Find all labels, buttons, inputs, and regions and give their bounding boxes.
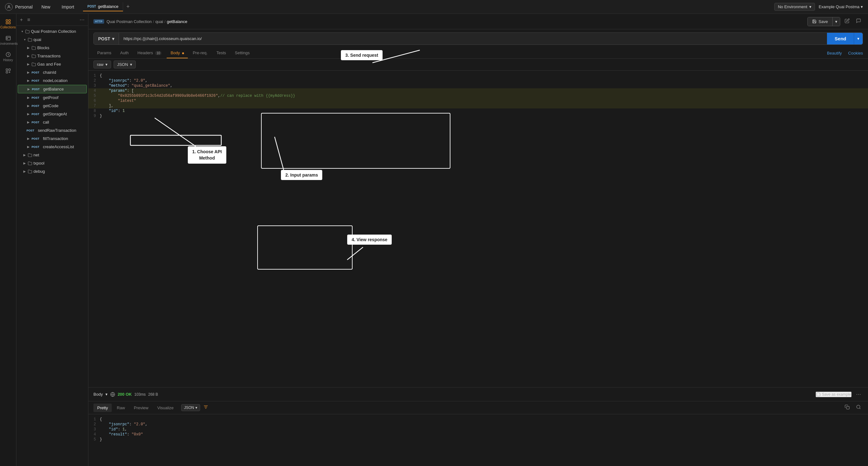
method-badge-chainid: POST — [32, 71, 42, 74]
sidebar-item-collections[interactable]: Collections — [0, 16, 16, 32]
tab-getbalance[interactable]: POST getBalance — [83, 2, 123, 11]
item-chainid[interactable]: ▶ POST chainId — [18, 68, 87, 76]
folder-debug-label: debug — [33, 169, 45, 174]
tabs-right: Beautify — [827, 51, 842, 56]
chevron-right-chainid: ▶ — [27, 71, 30, 74]
save-dropdown-arrow[interactable]: ▾ — [832, 18, 840, 26]
item-nodelocation[interactable]: ▶ POST nodeLocation — [18, 77, 87, 85]
resp-tab-raw[interactable]: Raw — [113, 404, 129, 412]
format-raw-button[interactable]: raw ▾ — [93, 61, 111, 68]
sidebar-item-apps[interactable] — [0, 66, 16, 76]
user-section[interactable]: Personal — [5, 3, 32, 11]
new-button[interactable]: New — [39, 3, 53, 11]
method-label: POST — [98, 36, 110, 41]
folder-transactions[interactable]: ▶ Transactions — [18, 52, 87, 60]
url-input[interactable] — [119, 33, 827, 44]
top-right: No Environment ▾ Example Quai Postma ▾ — [774, 3, 863, 11]
item-getstorage[interactable]: ▶ POST getStorageAt — [18, 110, 87, 118]
method-badge-call: POST — [32, 121, 42, 124]
svg-rect-11 — [6, 72, 7, 73]
code-line-1: 1 { — [88, 73, 868, 78]
response-size: 268 B — [148, 392, 158, 397]
sort-button[interactable]: ≡ — [26, 16, 31, 24]
resp-format-label: JSON — [184, 405, 194, 410]
folder-txpool[interactable]: ▶ txpool — [18, 159, 87, 167]
item-getproof[interactable]: ▶ POST getProof — [18, 94, 87, 102]
send-dropdown-arrow[interactable]: ▾ — [854, 33, 863, 44]
more-options-button[interactable]: ⋯ — [79, 16, 86, 24]
collection-quai-postman[interactable]: ▾ Quai Postman Collection — [18, 27, 87, 35]
format-json-button[interactable]: JSON ▾ — [114, 61, 136, 68]
response-more-btn[interactable]: ⋯ — [854, 389, 863, 399]
save-example-button[interactable]: Save as example — [816, 392, 851, 397]
body-label: Body — [170, 51, 180, 55]
beautify-button[interactable]: Beautify — [827, 51, 842, 56]
tab-name: getBalance — [98, 4, 118, 9]
code-line-8: 8 "id": 1 — [88, 108, 868, 113]
folder-quai-label: quai — [33, 37, 41, 42]
folder-quai[interactable]: ▾ quai — [18, 36, 87, 43]
tab-body[interactable]: Body — [167, 48, 187, 58]
folder-net-label: net — [33, 153, 39, 157]
folder-blocks[interactable]: ▶ Blocks — [18, 44, 87, 52]
folder-net[interactable]: ▶ net — [18, 151, 87, 159]
code-line-2: 2 "jsonrpc": "2.0", — [88, 78, 868, 83]
sidebar-item-environments[interactable]: Environments — [0, 33, 16, 48]
item-getcode[interactable]: ▶ POST getCode — [18, 102, 87, 110]
tab-tests[interactable]: Tests — [213, 48, 230, 58]
folder-gas-fee[interactable]: ▶ Gas and Fee — [18, 60, 87, 68]
history-label: History — [3, 58, 13, 62]
resp-search-btn[interactable] — [854, 403, 863, 413]
chevron-down-icon: ▾ — [20, 30, 24, 33]
edit-button[interactable] — [843, 16, 851, 27]
tab-auth[interactable]: Auth — [117, 48, 132, 58]
method-select[interactable]: POST ▾ — [94, 33, 119, 44]
send-button[interactable]: Send — [827, 33, 854, 44]
resp-copy-btn[interactable] — [843, 403, 851, 413]
folder-blocks-label: Blocks — [37, 45, 49, 50]
add-collection-button[interactable]: + — [19, 16, 24, 24]
resp-body-tabs: Pretty Raw Preview Visualize JSON ▾ — [88, 401, 868, 414]
resp-tab-preview[interactable]: Preview — [130, 404, 152, 412]
resp-format-select[interactable]: JSON ▾ — [181, 404, 200, 411]
item-sendraw[interactable]: POST sendRawTransaction — [18, 126, 87, 134]
body-dot — [182, 52, 184, 54]
tab-settings[interactable]: Settings — [231, 48, 253, 58]
chevron-right-al: ▶ — [27, 145, 30, 149]
comment-button[interactable] — [854, 16, 863, 27]
workspace-label: Example Quai Postma — [819, 4, 860, 9]
import-button[interactable]: Import — [59, 3, 77, 11]
getbalance-label: getBalance — [43, 87, 64, 92]
env-selector[interactable]: No Environment ▾ — [774, 3, 815, 11]
save-button[interactable]: Save — [808, 18, 832, 26]
method-badge-ft: POST — [32, 137, 42, 140]
send-btn-group: Send ▾ — [827, 33, 863, 44]
folder-debug[interactable]: ▶ debug — [18, 167, 87, 175]
response-body-label[interactable]: Body — [93, 392, 103, 397]
resp-tab-visualize[interactable]: Visualize — [153, 404, 177, 412]
svg-rect-10 — [8, 69, 10, 70]
tab-params[interactable]: Params — [93, 48, 115, 58]
resp-filter-btn[interactable] — [202, 403, 210, 413]
cookies-button[interactable]: Cookies — [848, 51, 863, 56]
code-editor[interactable]: 1 { 2 "jsonrpc": "2.0", 3 "method": "qua… — [88, 71, 868, 387]
tab-prereq[interactable]: Pre-req. — [189, 48, 212, 58]
chevron-down-icon: ▾ — [809, 4, 811, 9]
svg-rect-1 — [6, 20, 7, 21]
item-call[interactable]: ▶ POST call — [18, 118, 87, 126]
tab-headers[interactable]: Headers 10 — [134, 48, 166, 58]
svg-point-0 — [8, 5, 10, 7]
svg-rect-2 — [8, 20, 10, 21]
response-header: Body ▾ 200 OK 103ms 268 B S — [88, 388, 868, 401]
collections-label: Collections — [0, 26, 16, 29]
item-accesslist[interactable]: ▶ POST createAccessList — [18, 143, 87, 151]
svg-point-7 — [7, 38, 7, 39]
workspace-name[interactable]: Example Quai Postma ▾ — [819, 4, 863, 9]
sendraw-label: sendRawTransaction — [38, 128, 76, 133]
chevron-right-gp: ▶ — [27, 96, 30, 100]
sidebar-item-history[interactable]: History — [0, 49, 16, 64]
resp-tab-pretty[interactable]: Pretty — [93, 404, 112, 412]
item-filltx[interactable]: ▶ POST fillTransaction — [18, 135, 87, 142]
add-tab-button[interactable]: + — [123, 3, 133, 10]
item-getbalance[interactable]: ▶ POST getBalance — [18, 85, 87, 93]
